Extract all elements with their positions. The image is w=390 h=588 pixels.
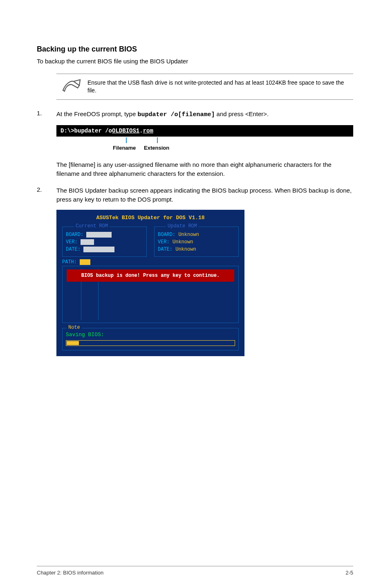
bios-updater-screen: ASUSTek BIOS Updater for DOS V1.18 Curre… (56, 210, 244, 356)
step-1: 1. At the FreeDOS prompt, type bupdater … (37, 110, 353, 119)
console-ext: rom (143, 128, 153, 134)
hand-pen-icon (56, 78, 87, 94)
note-text: Ensure that the USB flash drive is not w… (87, 78, 353, 94)
lead-text: To backup the current BIOS file using th… (37, 58, 353, 65)
update-rom-box: Update ROM BOARD: Unknown VER: Unknown D… (154, 227, 239, 257)
console-line: D:\>bupdater /oOLDBIOS1.rom (56, 125, 353, 137)
tick-extension (157, 137, 158, 143)
path-line: PATH: A:\ (62, 259, 239, 265)
upd-ver-lbl: VER: (158, 239, 170, 245)
console-dot: . (139, 128, 143, 134)
done-banner: BIOS backup is done! Press any key to co… (67, 269, 234, 282)
saving-label: Saving BIOS: (66, 332, 235, 338)
prompt: D:\>bupdater /o (61, 128, 112, 134)
path-val: A:\ (80, 259, 90, 265)
label-filename: Filename (113, 145, 136, 151)
update-rom-legend: Update ROM (166, 223, 199, 229)
cur-board-val: P8P67 LX (86, 232, 112, 238)
step1-pre: At the FreeDOS prompt, type (56, 110, 137, 117)
section-title: Backing up the current BIOS (37, 45, 353, 54)
step-2: 2. The BIOS Updater backup screen appear… (37, 186, 353, 204)
upd-ver-val: Unknown (173, 239, 193, 245)
note-callout: Ensure that the USB flash drive is not w… (56, 74, 353, 100)
bios-title: ASUSTek BIOS Updater for DOS V1.18 (62, 215, 239, 221)
bios-note-box: Note Saving BIOS: (62, 328, 239, 350)
step-number: 1. (37, 110, 56, 119)
cur-date-lbl: DATE: (66, 247, 81, 252)
cur-board-lbl: BOARD: (66, 232, 83, 238)
footer-left: Chapter 2: BIOS information (37, 570, 103, 576)
step1-cmd: bupdater /o[filename] (137, 111, 215, 118)
tick-filename (126, 137, 127, 143)
upd-date-val: Unknown (175, 247, 196, 252)
pointer-row: Filename Extension (56, 137, 353, 155)
console-fname: OLDBIOS1 (112, 128, 139, 134)
current-rom-box: Current ROM BOARD: P8P67 LX VER: 0303 DA… (62, 227, 147, 257)
upd-board-val: Unknown (178, 232, 199, 238)
upd-date-lbl: DATE: (158, 247, 173, 252)
footer-right: 2-5 (345, 570, 353, 576)
cur-ver-lbl: VER: (66, 239, 78, 245)
file-area: BIOS backup is done! Press any key to co… (62, 266, 239, 323)
cur-date-val: 04/27/2011 (83, 247, 114, 252)
step1-post: and press <Enter>. (215, 110, 269, 117)
label-extension: Extension (144, 145, 169, 151)
step-body: The BIOS Updater backup screen appears i… (56, 186, 353, 204)
step-body: At the FreeDOS prompt, type bupdater /o[… (56, 110, 353, 119)
progress-bar (66, 340, 235, 346)
path-lbl: PATH: (62, 259, 77, 265)
current-rom-legend: Current ROM (74, 223, 110, 229)
page-footer: Chapter 2: BIOS information 2-5 (37, 566, 353, 576)
step-number: 2. (37, 186, 56, 204)
filename-explain: The [filename] is any user-assigned file… (56, 160, 353, 178)
upd-board-lbl: BOARD: (158, 232, 175, 238)
bios-note-legend: Note (67, 325, 82, 330)
cur-ver-val: 0303 (81, 239, 94, 245)
progress-fill (67, 341, 79, 345)
